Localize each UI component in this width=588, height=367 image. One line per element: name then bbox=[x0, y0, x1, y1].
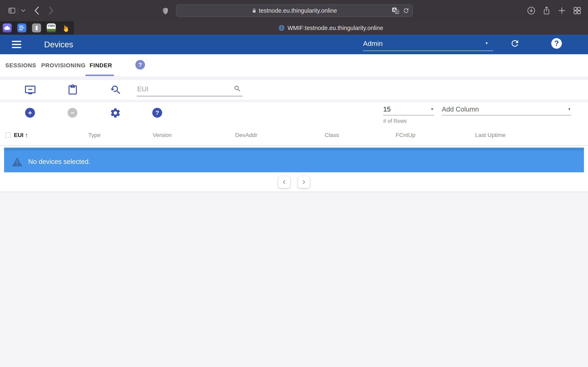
column-label: EUI bbox=[14, 132, 24, 138]
settings-gear-icon bbox=[110, 107, 121, 119]
rows-helper-label: # of Rows bbox=[383, 118, 407, 124]
toolbar-help-button[interactable]: ? bbox=[152, 108, 162, 118]
pinned-tab-docs[interactable] bbox=[15, 21, 29, 35]
sidebar-toggle-button[interactable] bbox=[7, 6, 16, 15]
column-header-class[interactable]: Class bbox=[325, 132, 396, 138]
download-icon bbox=[527, 6, 536, 15]
settings-button[interactable] bbox=[110, 107, 121, 119]
select-all-checkbox[interactable] bbox=[5, 133, 11, 138]
question-mark-icon: ? bbox=[554, 39, 559, 48]
pinned-tab-usda[interactable]: USDA bbox=[44, 21, 59, 35]
plus-icon bbox=[558, 6, 566, 15]
tab-provisioning[interactable]: PROVISIONING bbox=[41, 54, 86, 76]
active-tab-underline bbox=[86, 75, 114, 76]
docs-line bbox=[19, 26, 23, 26]
column-header-eui[interactable]: EUI ↑ bbox=[14, 132, 88, 139]
menu-button[interactable] bbox=[12, 41, 21, 48]
remove-button[interactable]: − bbox=[68, 108, 77, 118]
account-select[interactable]: Admin ▼ bbox=[363, 36, 493, 51]
globe-icon bbox=[278, 25, 285, 31]
rows-per-page-value: 15 bbox=[383, 105, 391, 113]
sort-ascending-icon: ↑ bbox=[25, 132, 28, 139]
toolbar-divider bbox=[17, 7, 18, 15]
back-button[interactable] bbox=[32, 6, 41, 16]
tabs-help-button[interactable]: ? bbox=[135, 60, 145, 69]
svg-text:文: 文 bbox=[396, 11, 398, 13]
cloud-icon bbox=[4, 25, 10, 30]
remove-device-icon bbox=[25, 84, 36, 96]
account-select-value: Admin bbox=[363, 40, 383, 48]
column-header-fcntup[interactable]: FCntUp bbox=[396, 132, 475, 138]
tab-finder[interactable]: FINDER bbox=[90, 54, 112, 76]
pinned-tab-firebase[interactable] bbox=[59, 21, 73, 35]
pinned-tab-cloud[interactable] bbox=[0, 21, 15, 35]
minus-icon: − bbox=[70, 109, 75, 117]
sidebar-icon bbox=[7, 6, 16, 15]
column-header-type[interactable]: Type bbox=[88, 132, 153, 138]
column-header-version[interactable]: Version bbox=[153, 132, 235, 138]
share-icon bbox=[543, 6, 551, 16]
previous-page-button[interactable] bbox=[278, 176, 290, 188]
reload-button[interactable] bbox=[403, 5, 410, 17]
tab-sessions[interactable]: SESSIONS bbox=[5, 54, 36, 76]
page-background bbox=[0, 192, 588, 367]
alert-top-strip bbox=[4, 148, 584, 151]
add-column-select[interactable]: Add Column ▼ bbox=[442, 104, 571, 115]
finder-toolbar bbox=[0, 80, 588, 100]
warning-triangle-icon bbox=[11, 157, 23, 167]
hamburger-icon bbox=[12, 41, 21, 42]
translate-button[interactable]: A 文 bbox=[392, 5, 399, 17]
downloads-button[interactable] bbox=[526, 5, 536, 16]
refresh-button[interactable] bbox=[510, 38, 520, 49]
docs-line bbox=[19, 29, 23, 30]
selection-toolbar: + − ? 15 ▼ # of Rows Add Column ▼ bbox=[0, 102, 588, 125]
chevron-left-icon bbox=[281, 179, 287, 185]
column-header-last-uptime[interactable]: Last Uptime bbox=[475, 132, 506, 138]
eui-search-field[interactable] bbox=[137, 82, 242, 96]
page-title: Devices bbox=[44, 35, 73, 54]
alert-message: No devices selected. bbox=[28, 158, 90, 166]
chevron-down-icon bbox=[21, 9, 26, 12]
question-mark-icon: ? bbox=[155, 109, 159, 116]
forward-chevron-icon bbox=[48, 6, 54, 15]
new-tab-button[interactable] bbox=[557, 5, 567, 16]
add-button[interactable]: + bbox=[25, 108, 35, 118]
cloud-app-icon bbox=[3, 24, 12, 33]
privacy-report-button[interactable] bbox=[161, 7, 169, 16]
question-mark-icon: ? bbox=[138, 61, 142, 68]
address-bar[interactable]: testnode.eu.thingularity.online A 文 bbox=[176, 4, 413, 17]
search-history-button[interactable] bbox=[110, 84, 121, 96]
alert-body: No devices selected. bbox=[4, 151, 584, 172]
pagination bbox=[0, 172, 588, 192]
tab-overview-button[interactable] bbox=[572, 5, 582, 16]
next-page-button[interactable] bbox=[298, 176, 310, 188]
chevron-down-icon: ▼ bbox=[430, 107, 434, 111]
chevron-down-icon: ▼ bbox=[568, 107, 571, 111]
info-bar bbox=[36, 26, 38, 30]
refresh-icon bbox=[510, 39, 520, 48]
remove-device-button[interactable] bbox=[25, 84, 36, 96]
active-tab[interactable]: WMIF:testnode.eu.thingularity.online bbox=[73, 21, 588, 35]
usda-site-icon: USDA bbox=[47, 24, 56, 33]
tab-strip: USDA WMIF:testnode.eu.thingularity.onlin… bbox=[0, 21, 588, 35]
search-history-icon bbox=[110, 84, 121, 96]
forward-button[interactable] bbox=[47, 6, 56, 16]
eui-search-input[interactable] bbox=[137, 85, 227, 96]
translate-icon: A 文 bbox=[392, 7, 399, 14]
chevron-down-icon: ▼ bbox=[485, 42, 488, 45]
pinned-tab-info[interactable] bbox=[29, 21, 44, 35]
device-table-header: EUI ↑ Type Version DevAddr Class FCntUp … bbox=[0, 125, 588, 146]
paste-list-button[interactable] bbox=[67, 84, 78, 96]
grid-icon bbox=[573, 6, 581, 15]
rows-per-page-select[interactable]: 15 ▼ bbox=[383, 104, 434, 115]
back-chevron-icon bbox=[34, 6, 40, 15]
clipboard-icon bbox=[67, 84, 78, 95]
column-header-devaddr[interactable]: DevAddr bbox=[235, 132, 325, 138]
header-help-button[interactable]: ? bbox=[551, 38, 562, 49]
sidebar-menu-button[interactable] bbox=[20, 8, 26, 13]
nav-tabs: SESSIONS PROVISIONING FINDER ? bbox=[0, 54, 588, 76]
field-search-button[interactable] bbox=[233, 85, 241, 93]
usda-wordmark: USDA bbox=[48, 24, 55, 27]
shield-icon bbox=[163, 7, 168, 15]
share-button[interactable] bbox=[541, 5, 552, 16]
